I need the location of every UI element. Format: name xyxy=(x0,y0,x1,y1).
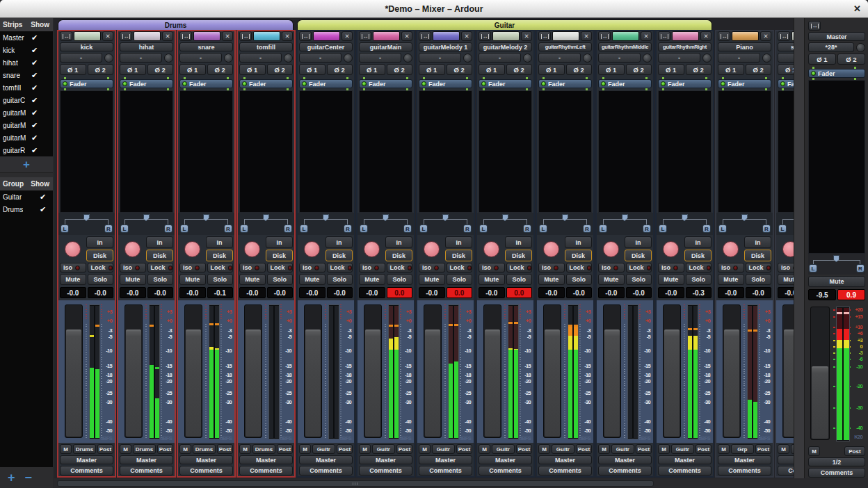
fader-track[interactable] xyxy=(304,304,322,438)
strip-name-button[interactable]: guitarCenter xyxy=(299,42,353,51)
lock-button[interactable]: Lock xyxy=(506,263,533,273)
pan-widget[interactable]: LR xyxy=(120,213,173,235)
pan-widget[interactable]: LR xyxy=(179,213,233,235)
close-strip-button[interactable]: ✕ xyxy=(521,31,532,41)
sidebar-strip-row[interactable]: Master✔ xyxy=(0,31,53,44)
mute-button[interactable]: Mute xyxy=(598,274,625,285)
strip-visible-check[interactable]: ✔ xyxy=(31,108,38,117)
mute-button[interactable]: Mute xyxy=(60,274,86,285)
input-button[interactable]: In xyxy=(684,236,712,248)
phase-1-button[interactable]: Ø 1 xyxy=(60,64,86,75)
strip-name-button[interactable]: guitarRhythmLeft xyxy=(538,42,592,51)
phase-2-button[interactable]: Ø 2 xyxy=(387,64,413,75)
pan-left-badge[interactable]: L xyxy=(479,225,488,233)
fader-processor-button[interactable]: Fader xyxy=(718,79,771,88)
trim-display[interactable]: - xyxy=(299,53,341,63)
processor-led[interactable] xyxy=(481,81,486,86)
phase-2-button[interactable]: Ø 2 xyxy=(267,64,294,75)
fader-processor-button[interactable]: Fader xyxy=(808,69,865,78)
fader-track[interactable] xyxy=(124,304,143,438)
close-strip-button[interactable]: ✕ xyxy=(760,31,771,41)
post-button[interactable]: Post xyxy=(217,444,233,454)
pan-right-badge[interactable]: R xyxy=(164,225,172,233)
pan-widget[interactable]: LR xyxy=(479,213,532,235)
gain-display[interactable]: -0.0 xyxy=(419,287,445,298)
group-button[interactable]: Guitr xyxy=(372,444,395,454)
trim-knob[interactable] xyxy=(762,54,771,63)
pan-widget[interactable]: LR xyxy=(598,213,652,235)
pan-right-badge[interactable]: R xyxy=(344,225,352,233)
solo-button[interactable]: Solo xyxy=(447,274,473,285)
fader-track[interactable] xyxy=(543,304,561,438)
phase-1-button[interactable]: Ø 1 xyxy=(479,64,505,75)
narrow-toggle-button[interactable]: ↔ xyxy=(419,31,431,41)
trim-knob[interactable] xyxy=(403,54,412,63)
fader-handle[interactable] xyxy=(126,330,141,437)
processor-box[interactable] xyxy=(60,90,113,213)
disk-button[interactable]: Disk xyxy=(385,250,412,261)
strip-color-chip[interactable] xyxy=(612,31,639,41)
gain-display[interactable]: -0.0 xyxy=(179,287,206,298)
fader-processor-button[interactable]: Fader xyxy=(538,79,592,88)
output-button[interactable]: Master xyxy=(359,455,412,464)
input-button[interactable]: In xyxy=(146,236,173,248)
group-button[interactable]: Guitr xyxy=(492,444,515,454)
fader-track[interactable] xyxy=(364,304,382,438)
mono-button[interactable]: M xyxy=(598,444,610,454)
gain-display[interactable]: -0.0 xyxy=(598,287,625,298)
pan-widget[interactable]: LR xyxy=(808,254,865,275)
processor-box[interactable] xyxy=(479,90,532,213)
strip-name-button[interactable]: guitarMelody 1 xyxy=(419,42,472,51)
processor-led[interactable] xyxy=(122,81,127,86)
narrow-toggle-button[interactable]: ↔ xyxy=(60,31,72,41)
peak-display[interactable]: -0.0 xyxy=(626,287,652,298)
pan-widget[interactable]: LR xyxy=(299,213,353,235)
gain-display[interactable]: -0.0 xyxy=(658,287,684,298)
processor-led[interactable] xyxy=(811,71,816,76)
strip-color-chip[interactable] xyxy=(732,31,759,41)
fader-handle[interactable] xyxy=(604,330,620,437)
gain-display[interactable]: -0.0 xyxy=(299,287,326,298)
pan-handle[interactable] xyxy=(682,214,688,221)
strip-visible-check[interactable]: ✔ xyxy=(31,33,38,42)
trim-display[interactable]: - xyxy=(419,53,461,63)
processor-box[interactable] xyxy=(120,90,173,213)
narrow-toggle-button[interactable]: ↔ xyxy=(658,31,670,41)
solo-button[interactable]: Solo xyxy=(267,274,294,285)
mute-button[interactable]: Mute xyxy=(419,274,445,285)
processor-box[interactable] xyxy=(658,90,712,213)
group-tab-guitar[interactable]: Guitar xyxy=(297,19,712,30)
pan-widget[interactable]: LR xyxy=(359,213,412,235)
post-button[interactable]: Post xyxy=(844,446,865,456)
comments-button[interactable]: Comments xyxy=(718,466,771,475)
post-button[interactable]: Post xyxy=(456,444,472,454)
pan-right-badge[interactable]: R xyxy=(583,225,591,233)
solo-button[interactable]: Solo xyxy=(147,274,174,285)
trim-display[interactable]: - xyxy=(120,53,162,63)
strip-color-chip[interactable] xyxy=(492,31,520,41)
iso-button[interactable]: Iso xyxy=(598,263,625,273)
processor-box[interactable] xyxy=(808,80,865,254)
close-strip-button[interactable]: ✕ xyxy=(700,31,712,41)
mono-button[interactable]: M xyxy=(239,444,251,454)
phase-2-button[interactable]: Ø 2 xyxy=(686,64,712,75)
trim-knob[interactable] xyxy=(583,54,592,63)
sidebar-strip-row[interactable]: snare✔ xyxy=(0,69,53,81)
pan-widget[interactable]: LR xyxy=(658,213,712,235)
processor-box[interactable] xyxy=(299,90,353,213)
record-arm-button[interactable] xyxy=(723,241,739,257)
input-button[interactable]: In xyxy=(505,236,532,248)
processor-led[interactable] xyxy=(780,81,785,86)
add-strip-button[interactable]: + xyxy=(0,156,53,173)
peak-display[interactable]: 0.0 xyxy=(506,287,533,298)
fader-handle[interactable] xyxy=(186,330,201,437)
output-button[interactable]: Master xyxy=(179,455,233,464)
fader-handle[interactable] xyxy=(724,330,739,437)
group-button[interactable]: Guitr xyxy=(552,444,574,454)
phase-2-button[interactable]: Ø 2 xyxy=(837,54,865,65)
sidebar-strip-row[interactable]: guitarC✔ xyxy=(0,94,53,106)
strip-visible-check[interactable]: ✔ xyxy=(31,83,38,92)
output-button[interactable]: Master xyxy=(718,455,771,464)
input-button[interactable]: In xyxy=(744,236,771,248)
input-button[interactable]: In xyxy=(385,236,412,248)
